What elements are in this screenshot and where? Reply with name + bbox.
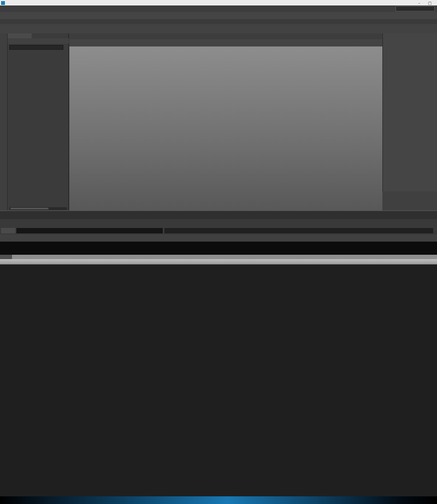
tool-box [0,33,8,210]
viewport-menu-bar [69,33,382,39]
maya-menu-bar [0,5,437,12]
help-line [0,235,437,242]
outliner-panel [8,33,69,210]
maya-title-bar: – ▢ [0,0,437,5]
viewport-3d-scene[interactable] [69,46,382,210]
range-slider[interactable] [0,219,437,227]
mel-result-field [164,228,433,233]
outliner-menus [8,38,69,44]
viewport-icon-bar [69,39,382,46]
layer-editor [382,191,437,210]
maya-app-icon [1,1,5,5]
command-line [0,227,437,235]
screen: – ▢ [0,0,437,504]
maya-status-line [0,12,437,19]
workspace-dropdown[interactable] [395,6,435,11]
outliner-tab[interactable] [8,33,32,38]
outliner-search-input[interactable] [9,45,63,50]
nodeeditor-window-tab[interactable] [0,255,12,259]
channel-box [382,33,437,210]
nodeeditor-window-strip [0,255,437,259]
nodeeditor-toolbar [0,259,437,265]
shelf-icons [0,24,437,33]
shader-graph-canvas[interactable] [0,265,437,496]
workspace-selector[interactable] [393,6,435,11]
windows-taskbar [0,242,437,255]
shelf-tabs [0,19,437,24]
outliner-tree [8,51,69,206]
bottom-bar [0,496,437,504]
outliner-hscrollbar[interactable] [9,207,67,210]
mel-input[interactable] [16,228,163,233]
time-slider[interactable] [0,210,437,219]
mel-label[interactable] [1,228,15,233]
